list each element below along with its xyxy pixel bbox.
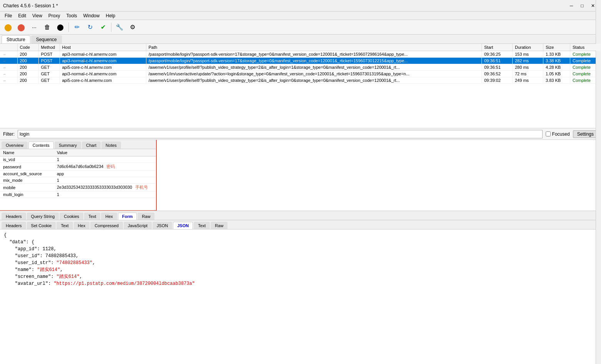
tab-text-req[interactable]: Text (84, 213, 100, 220)
details-left: Overview Contents Summary Chart Notes Na… (0, 140, 157, 211)
json-content: { "data": { "app_id": 1128, "user_id": 7… (0, 229, 601, 364)
details-right (157, 140, 601, 211)
tab-compressed[interactable]: Compressed (90, 222, 123, 229)
check-toolbar-btn[interactable]: ✔ (97, 22, 109, 33)
detail-cell-name: password (0, 163, 54, 171)
detail-cell-name: mobile (0, 184, 54, 191)
clear-toolbar-btn[interactable]: 🗑 (42, 22, 53, 33)
tab-form[interactable]: Form (118, 213, 137, 220)
col-header-host: Host (60, 44, 146, 51)
toolbar: ⬤ ⬤ ··· 🗑 ⬤ ✏ ↻ ✔ 🔧 ⚙ (0, 20, 601, 35)
tab-query-string[interactable]: Query String (27, 213, 59, 220)
pen-toolbar-btn[interactable]: ✏ (71, 22, 83, 33)
detail-table: Name Value is_vcd 1 password 7d6c646a7d6… (0, 149, 156, 198)
tab-sequence[interactable]: Sequence (31, 35, 62, 43)
tab-text-resp2[interactable]: Text (194, 222, 210, 229)
detail-annotation: 手机号 (135, 185, 148, 189)
json-line-7: "screen_name": "踏实614", (4, 273, 597, 280)
json-tabs: Headers Set Cookie Text Hex Compressed J… (0, 220, 601, 229)
json-line-3: "app_id": 1128, (4, 246, 597, 253)
detail-cell-value: 1 (54, 191, 156, 198)
refresh-toolbar-btn[interactable]: ↻ (84, 22, 96, 33)
toolbar-sep-2 (111, 23, 111, 32)
col-header-status: Status (570, 44, 601, 51)
maximize-button[interactable]: □ (577, 2, 587, 10)
menu-item-view[interactable]: View (29, 12, 45, 19)
tab-javascript[interactable]: JavaScript (124, 222, 152, 229)
col-header-icon (0, 44, 17, 51)
tab-hex-req[interactable]: Hex (101, 213, 117, 220)
detail-row: is_vcd 1 (0, 156, 156, 163)
tab-json2[interactable]: JSON (173, 222, 193, 229)
stop-toolbar-btn[interactable]: ⬤ (15, 22, 27, 33)
col-header-method: Method (38, 44, 60, 51)
detail-col-value: Value (54, 149, 156, 156)
request-table-container: Code Method Host Path Start Duration Siz… (0, 44, 601, 128)
detail-cell-value: app (54, 171, 156, 177)
tools-toolbar-btn[interactable]: 🔧 (114, 22, 125, 33)
table-body: → 200 POST api3-normal-c-hl.amemv.com /p… (0, 51, 601, 84)
tab-text-resp[interactable]: Text (56, 222, 73, 229)
tab-structure[interactable]: Structure (2, 35, 30, 43)
detail-row: password 7d6c646a7d6c6a0b6234密码 (0, 163, 156, 171)
menu-item-proxy[interactable]: Proxy (45, 12, 63, 19)
table-row[interactable]: → 200 GET api3-normal-c-hl.amemv.com /aw… (0, 71, 601, 77)
menu-item-file[interactable]: File (2, 12, 15, 19)
table-row[interactable]: → 200 GET api5-core-c-hl.amemv.com /awem… (0, 77, 601, 84)
record2-toolbar-btn[interactable]: ⬤ (55, 22, 66, 33)
tab-json1[interactable]: JSON (153, 222, 172, 229)
detail-cell-name: mix_mode (0, 177, 54, 184)
filter-input[interactable] (18, 130, 543, 138)
request-table: Code Method Host Path Start Duration Siz… (0, 44, 601, 84)
detail-col-name: Name (0, 149, 54, 156)
table-row[interactable]: → 200 GET api5-core-c-hl.amemv.com /awem… (0, 64, 601, 71)
menu-item-tools[interactable]: Tools (63, 12, 80, 19)
response-area: Headers Query String Cookies Text Hex Fo… (0, 211, 601, 364)
tab-raw-resp[interactable]: Raw (211, 222, 227, 229)
tab-overview[interactable]: Overview (2, 141, 28, 149)
menu-bar: FileEditViewProxyToolsWindowHelp (0, 12, 601, 20)
focused-checkbox[interactable] (546, 131, 551, 136)
response-tabs: Headers Query String Cookies Text Hex Fo… (0, 211, 601, 220)
tab-chart[interactable]: Chart (82, 141, 101, 149)
throttle-toolbar-btn[interactable]: ··· (28, 22, 40, 33)
window-controls: ─ □ ✕ (566, 2, 598, 10)
col-header-size: Size (543, 44, 570, 51)
focused-label[interactable]: Focused (552, 131, 570, 137)
json-line-6: "name": "踏实614", (4, 266, 597, 273)
title-bar: Charles 4.5.6 - Session 1 * ─ □ ✕ (0, 0, 601, 12)
tab-headers-req[interactable]: Headers (2, 213, 26, 220)
detail-cell-value: 7d6c646a7d6c6a0b6234密码 (54, 163, 156, 171)
settings-filter-button[interactable]: Settings (573, 130, 598, 138)
json-area: Headers Set Cookie Text Hex Compressed J… (0, 220, 601, 364)
table-row[interactable]: → 200 POST api3-normal-c-hl.amemv.com /p… (0, 51, 601, 58)
detail-row: account_sdk_source app (0, 171, 156, 177)
tab-summary[interactable]: Summary (55, 141, 81, 149)
detail-body: is_vcd 1 password 7d6c646a7d6c6a0b6234密码… (0, 156, 156, 198)
tab-notes[interactable]: Notes (101, 141, 121, 149)
settings-toolbar-btn[interactable]: ⚙ (127, 22, 138, 33)
focused-checkbox-group: Focused (546, 131, 570, 137)
tab-contents[interactable]: Contents (28, 141, 54, 149)
minimize-button[interactable]: ─ (566, 2, 576, 10)
filter-bar: Filter: Focused Settings (0, 128, 601, 140)
json-line-1: { (4, 232, 597, 239)
table-row[interactable]: → 200 POST api3-normal-c-hl.amemv.com /p… (0, 58, 601, 64)
record-toolbar-btn[interactable]: ⬤ (2, 22, 14, 33)
menu-item-edit[interactable]: Edit (15, 12, 29, 19)
col-header-path: Path (146, 44, 482, 51)
tab-hex-resp[interactable]: Hex (74, 222, 90, 229)
menu-item-window[interactable]: Window (80, 12, 103, 19)
json-line-4: "user_id": 74802885433, (4, 253, 597, 259)
tab-set-cookie[interactable]: Set Cookie (27, 222, 56, 229)
detail-cell-value: 2e3d332534323333353333033d303030手机号 (54, 184, 156, 191)
detail-cell-name: is_vcd (0, 156, 54, 163)
tab-headers-resp[interactable]: Headers (2, 222, 26, 229)
tab-cookies-req[interactable]: Cookies (60, 213, 83, 220)
close-button[interactable]: ✕ (588, 2, 598, 10)
toolbar-sep-1 (68, 23, 69, 32)
tab-raw-req[interactable]: Raw (138, 213, 154, 220)
col-header-start: Start (482, 44, 513, 51)
col-header-code: Code (17, 44, 38, 51)
menu-item-help[interactable]: Help (103, 12, 118, 19)
